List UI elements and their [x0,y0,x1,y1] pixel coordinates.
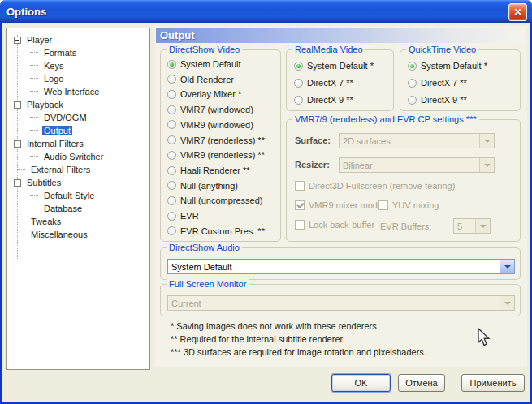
sidebar-item-internal-filters[interactable]: Internal Filters [7,137,149,150]
tree-line [17,169,25,170]
footnote: * Saving images does not work with these… [171,320,426,333]
cancel-button[interactable]: Отмена [398,374,445,392]
tree-line [30,208,38,209]
checkbox-vmr9-mixer-mode: VMR9 mixer mode [295,200,383,210]
checkbox-yuv-mixing: YUV mixing [378,200,439,210]
fullscreen-monitor-select: Current [167,295,515,311]
radio-evr[interactable]: EVR [167,211,279,221]
window-title: Options [0,6,46,18]
radio-directx-7[interactable]: DirectX 7 ** [294,78,391,88]
group-quicktime-video: QuickTime Video System Default *DirectX … [400,49,521,111]
sidebar-item-keys[interactable]: Keys [7,59,149,72]
tree-collapse-icon[interactable] [14,101,21,109]
radio-vmr9-windowed[interactable]: VMR9 (windowed) [167,120,279,130]
radio-vmr9-renderless[interactable]: VMR9 (renderless) ** [167,150,279,160]
sidebar-item-output[interactable]: Output [7,124,149,137]
chevron-down-icon [500,296,514,310]
radio-directx-9[interactable]: DirectX 9 ** [294,95,391,105]
tree-line [30,65,38,67]
footnote: *** 3D surfaces are required for image r… [171,346,426,359]
page-header: Output [156,28,525,43]
tree-collapse-icon[interactable] [14,179,21,187]
radio-directx-9[interactable]: DirectX 9 ** [408,95,518,105]
sidebar-item-database[interactable]: Database [7,202,149,215]
radio-icon [167,196,176,205]
radio-icon [408,79,417,88]
tree-collapse-icon[interactable] [14,140,21,148]
radio-icon [167,212,176,221]
group-title-realmedia-video: RealMedia Video [292,45,365,54]
radio-icon [408,62,417,71]
sidebar-item-miscellaneous[interactable]: Miscellaneous [7,228,149,241]
group-title-vmr-evr: VMR7/9 (renderless) and EVR CP settings … [292,114,479,124]
chevron-down-icon [479,158,494,172]
options-dialog: Options ✕ PlayerFormatsKeysLogoWeb Inter… [0,0,532,404]
sidebar-item-default-style[interactable]: Default Style [7,189,149,202]
group-title-fullscreen-monitor: Full Screen Monitor [167,279,249,289]
radio-system-default[interactable]: System Default [167,59,279,69]
directshow-audio-select[interactable]: System Default [167,259,515,274]
apply-button[interactable]: Применить [461,374,525,392]
checkbox-icon [378,200,388,210]
tree-line [17,221,25,222]
tree-collapse-icon[interactable] [14,37,21,44]
radio-system-default[interactable]: System Default * [294,61,391,71]
sidebar-item-playback[interactable]: Playback [7,98,149,111]
radio-old-renderer[interactable]: Old Renderer [167,75,279,84]
radio-icon [167,90,176,99]
sidebar-item-subtitles[interactable]: Subtitles [7,176,149,189]
surface-label: Surface: [295,135,331,145]
sidebar-item-logo[interactable]: Logo [7,72,149,85]
checkbox-icon [295,220,305,230]
radio-icon [167,120,176,129]
group-title-directshow-video: DirectShow Video [167,45,242,54]
page-title: Output [156,29,195,41]
radio-system-default[interactable]: System Default * [408,61,518,71]
realmedia-video-options: System Default *DirectX 7 **DirectX 9 ** [294,61,391,105]
radio-overlay-mixer[interactable]: Overlay Mixer * [167,89,279,99]
chevron-down-icon [479,134,494,148]
sidebar-item-formats[interactable]: Formats [7,46,149,59]
sidebar-item-audio-switcher[interactable]: Audio Switcher [7,150,149,163]
quicktime-video-options: System Default *DirectX 7 **DirectX 9 ** [408,61,518,105]
radio-icon [167,135,176,144]
radio-vmr7-renderless[interactable]: VMR7 (renderless) ** [167,135,279,145]
directshow-video-options: System DefaultOld RendererOverlay Mixer … [167,59,279,236]
group-directshow-video: DirectShow Video System DefaultOld Rende… [160,49,281,242]
dialog-content: PlayerFormatsKeysLogoWeb InterfacePlayba… [2,23,530,402]
radio-icon [294,79,303,88]
group-title-directshow-audio: DirectShow Audio [167,243,242,252]
tree-line [30,78,38,80]
sidebar-item-external-filters[interactable]: External Filters [7,163,149,176]
radio-null-anything[interactable]: Null (anything) [167,181,279,191]
radio-icon [167,226,176,235]
radio-vmr7-windowed[interactable]: VMR7 (windowed) [167,105,279,114]
sidebar-item-dvd-ogm[interactable]: DVD/OGM [7,111,149,124]
resizer-select: Bilinear [339,157,495,173]
sidebar-item-player[interactable]: Player [7,33,149,46]
radio-directx-7[interactable]: DirectX 7 ** [408,78,518,88]
tree-line [30,156,38,157]
tree-line [30,52,38,54]
radio-icon [294,96,303,105]
radio-null-uncompressed[interactable]: Null (uncompressed) [167,196,279,205]
cursor-icon [476,328,492,347]
tree-line [17,234,25,235]
checkbox-lock-back-buffer: Lock back-buffer [295,220,374,230]
group-fullscreen-monitor: Full Screen Monitor Current [160,284,521,316]
radio-icon [167,75,176,84]
close-button[interactable]: ✕ [508,3,527,21]
checkbox-checked-icon [295,200,305,210]
radio-icon [167,60,176,69]
radio-icon [167,151,176,160]
titlebar: Options ✕ [0,0,532,23]
radio-evr-custom-pres[interactable]: EVR Custom Pres. ** [167,226,279,236]
sidebar-item-tweaks[interactable]: Tweaks [7,215,149,228]
sidebar-item-web-interface[interactable]: Web Interface [7,85,149,98]
ok-button[interactable]: OK [331,374,391,392]
resizer-label: Resizer: [295,160,330,170]
checkbox-direct3d-fullscreen: Direct3D Fullscreen (remove tearing) [295,181,455,191]
radio-icon [408,96,417,105]
radio-haali-renderer[interactable]: Haali Renderer ** [167,165,279,175]
output-page: Output DirectShow Video System DefaultOl… [154,26,527,367]
